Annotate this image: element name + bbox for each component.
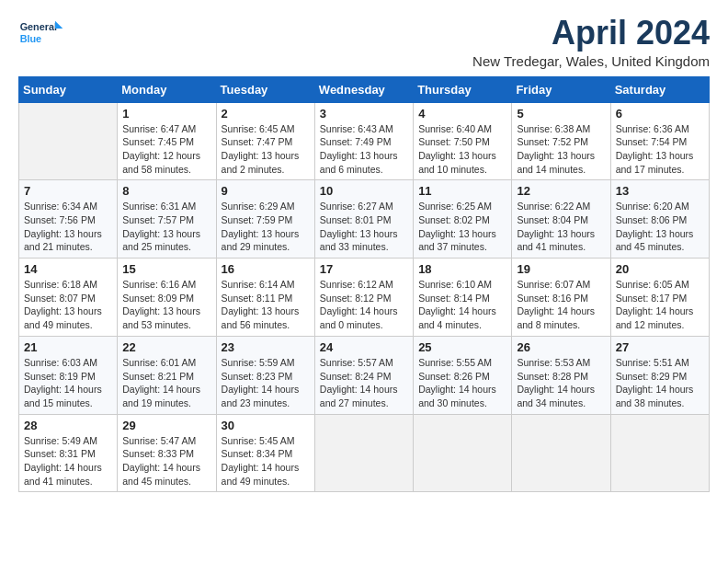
main-title: April 2024 <box>472 15 710 52</box>
day-number: 14 <box>24 262 112 276</box>
calendar-cell: 20Sunrise: 6:05 AMSunset: 8:17 PMDayligh… <box>610 259 709 337</box>
svg-text:Blue: Blue <box>20 33 41 44</box>
calendar-cell <box>19 102 118 180</box>
calendar-cell: 8Sunrise: 6:31 AMSunset: 7:57 PMDaylight… <box>118 180 216 259</box>
calendar-cell: 24Sunrise: 5:57 AMSunset: 8:24 PMDayligh… <box>314 336 413 414</box>
calendar-cell: 27Sunrise: 5:51 AMSunset: 8:29 PMDayligh… <box>610 336 709 414</box>
day-number: 7 <box>24 184 112 198</box>
col-friday: Friday <box>512 76 610 102</box>
day-number: 21 <box>24 340 112 354</box>
calendar-cell <box>512 414 610 492</box>
day-info: Sunrise: 6:47 AMSunset: 7:45 PMDaylight:… <box>122 122 210 177</box>
day-info: Sunrise: 5:55 AMSunset: 8:26 PMDaylight:… <box>418 356 506 410</box>
col-wednesday: Wednesday <box>314 76 413 102</box>
calendar-cell: 5Sunrise: 6:38 AMSunset: 7:52 PMDaylight… <box>512 102 610 180</box>
day-number: 23 <box>222 340 310 354</box>
calendar-cell: 11Sunrise: 6:25 AMSunset: 8:02 PMDayligh… <box>414 180 512 259</box>
calendar-cell: 23Sunrise: 5:59 AMSunset: 8:23 PMDayligh… <box>216 336 314 414</box>
day-info: Sunrise: 5:49 AMSunset: 8:31 PMDaylight:… <box>24 434 112 488</box>
day-info: Sunrise: 6:01 AMSunset: 8:21 PMDaylight:… <box>122 356 210 410</box>
day-info: Sunrise: 6:38 AMSunset: 7:52 PMDaylight:… <box>517 122 605 177</box>
calendar-cell: 25Sunrise: 5:55 AMSunset: 8:26 PMDayligh… <box>414 336 512 414</box>
day-number: 20 <box>616 262 704 276</box>
svg-text:General: General <box>20 21 57 32</box>
day-info: Sunrise: 6:36 AMSunset: 7:54 PMDaylight:… <box>616 122 704 177</box>
calendar-cell: 6Sunrise: 6:36 AMSunset: 7:54 PMDaylight… <box>610 102 709 180</box>
calendar-cell: 29Sunrise: 5:47 AMSunset: 8:33 PMDayligh… <box>118 414 216 492</box>
day-number: 26 <box>517 340 605 354</box>
col-saturday: Saturday <box>610 76 709 102</box>
day-info: Sunrise: 6:14 AMSunset: 8:11 PMDaylight:… <box>222 278 310 332</box>
day-number: 8 <box>122 184 210 198</box>
day-info: Sunrise: 6:31 AMSunset: 7:57 PMDaylight:… <box>122 200 210 254</box>
calendar-cell: 10Sunrise: 6:27 AMSunset: 8:01 PMDayligh… <box>314 180 413 259</box>
day-info: Sunrise: 6:10 AMSunset: 8:14 PMDaylight:… <box>418 278 506 332</box>
day-number: 6 <box>616 107 704 121</box>
calendar-cell: 14Sunrise: 6:18 AMSunset: 8:07 PMDayligh… <box>19 259 118 337</box>
day-info: Sunrise: 5:47 AMSunset: 8:33 PMDaylight:… <box>122 434 210 488</box>
day-number: 19 <box>517 262 605 276</box>
day-number: 1 <box>122 107 210 121</box>
day-number: 13 <box>616 184 704 198</box>
title-block: April 2024 New Tredegar, Wales, United K… <box>472 15 710 69</box>
calendar-cell <box>314 414 413 492</box>
day-number: 9 <box>222 184 310 198</box>
calendar-cell: 15Sunrise: 6:16 AMSunset: 8:09 PMDayligh… <box>118 259 216 337</box>
day-info: Sunrise: 6:27 AMSunset: 8:01 PMDaylight:… <box>320 200 408 254</box>
day-info: Sunrise: 5:57 AMSunset: 8:24 PMDaylight:… <box>320 356 408 410</box>
day-number: 24 <box>320 340 408 354</box>
day-number: 5 <box>517 107 605 121</box>
calendar-cell: 3Sunrise: 6:43 AMSunset: 7:49 PMDaylight… <box>314 102 413 180</box>
day-number: 2 <box>222 107 310 121</box>
calendar-cell: 17Sunrise: 6:12 AMSunset: 8:12 PMDayligh… <box>314 259 413 337</box>
calendar-table: Sunday Monday Tuesday Wednesday Thursday… <box>18 76 710 493</box>
day-info: Sunrise: 6:45 AMSunset: 7:47 PMDaylight:… <box>222 122 310 177</box>
calendar-week-4: 21Sunrise: 6:03 AMSunset: 8:19 PMDayligh… <box>19 336 710 414</box>
col-thursday: Thursday <box>414 76 512 102</box>
day-number: 27 <box>616 340 704 354</box>
col-monday: Monday <box>118 76 216 102</box>
day-info: Sunrise: 6:18 AMSunset: 8:07 PMDaylight:… <box>24 278 112 332</box>
day-info: Sunrise: 5:51 AMSunset: 8:29 PMDaylight:… <box>616 356 704 410</box>
day-number: 28 <box>24 419 112 432</box>
day-number: 11 <box>418 184 506 198</box>
calendar-cell: 26Sunrise: 5:53 AMSunset: 8:28 PMDayligh… <box>512 336 610 414</box>
day-info: Sunrise: 6:40 AMSunset: 7:50 PMDaylight:… <box>418 122 506 177</box>
calendar-cell: 7Sunrise: 6:34 AMSunset: 7:56 PMDaylight… <box>19 180 118 259</box>
calendar-cell: 16Sunrise: 6:14 AMSunset: 8:11 PMDayligh… <box>216 259 314 337</box>
day-number: 3 <box>320 107 408 121</box>
day-number: 22 <box>122 340 210 354</box>
day-info: Sunrise: 6:34 AMSunset: 7:56 PMDaylight:… <box>24 200 112 254</box>
header-row: Sunday Monday Tuesday Wednesday Thursday… <box>19 76 710 102</box>
day-info: Sunrise: 6:29 AMSunset: 7:59 PMDaylight:… <box>222 200 310 254</box>
calendar-cell: 22Sunrise: 6:01 AMSunset: 8:21 PMDayligh… <box>118 336 216 414</box>
calendar-cell: 1Sunrise: 6:47 AMSunset: 7:45 PMDaylight… <box>118 102 216 180</box>
page-container: General Blue April 2024 New Tredegar, Wa… <box>0 0 728 501</box>
day-number: 17 <box>320 262 408 276</box>
calendar-cell: 9Sunrise: 6:29 AMSunset: 7:59 PMDaylight… <box>216 180 314 259</box>
subtitle: New Tredegar, Wales, United Kingdom <box>472 53 710 69</box>
day-info: Sunrise: 6:03 AMSunset: 8:19 PMDaylight:… <box>24 356 112 410</box>
calendar-cell: 19Sunrise: 6:07 AMSunset: 8:16 PMDayligh… <box>512 259 610 337</box>
calendar-week-1: 1Sunrise: 6:47 AMSunset: 7:45 PMDaylight… <box>19 102 710 180</box>
calendar-cell: 30Sunrise: 5:45 AMSunset: 8:34 PMDayligh… <box>216 414 314 492</box>
calendar-cell: 2Sunrise: 6:45 AMSunset: 7:47 PMDaylight… <box>216 102 314 180</box>
calendar-cell: 21Sunrise: 6:03 AMSunset: 8:19 PMDayligh… <box>19 336 118 414</box>
day-info: Sunrise: 6:05 AMSunset: 8:17 PMDaylight:… <box>616 278 704 332</box>
day-number: 4 <box>418 107 506 121</box>
calendar-cell: 4Sunrise: 6:40 AMSunset: 7:50 PMDaylight… <box>414 102 512 180</box>
day-number: 29 <box>122 419 210 432</box>
day-info: Sunrise: 5:59 AMSunset: 8:23 PMDaylight:… <box>222 356 310 410</box>
calendar-cell: 13Sunrise: 6:20 AMSunset: 8:06 PMDayligh… <box>610 180 709 259</box>
logo: General Blue <box>18 15 64 52</box>
day-info: Sunrise: 5:45 AMSunset: 8:34 PMDaylight:… <box>222 434 310 488</box>
calendar-cell <box>414 414 512 492</box>
calendar-week-5: 28Sunrise: 5:49 AMSunset: 8:31 PMDayligh… <box>19 414 710 492</box>
calendar-cell <box>610 414 709 492</box>
calendar-cell: 18Sunrise: 6:10 AMSunset: 8:14 PMDayligh… <box>414 259 512 337</box>
day-info: Sunrise: 6:22 AMSunset: 8:04 PMDaylight:… <box>517 200 605 254</box>
logo-svg: General Blue <box>18 15 64 52</box>
day-number: 25 <box>418 340 506 354</box>
day-number: 10 <box>320 184 408 198</box>
day-number: 18 <box>418 262 506 276</box>
